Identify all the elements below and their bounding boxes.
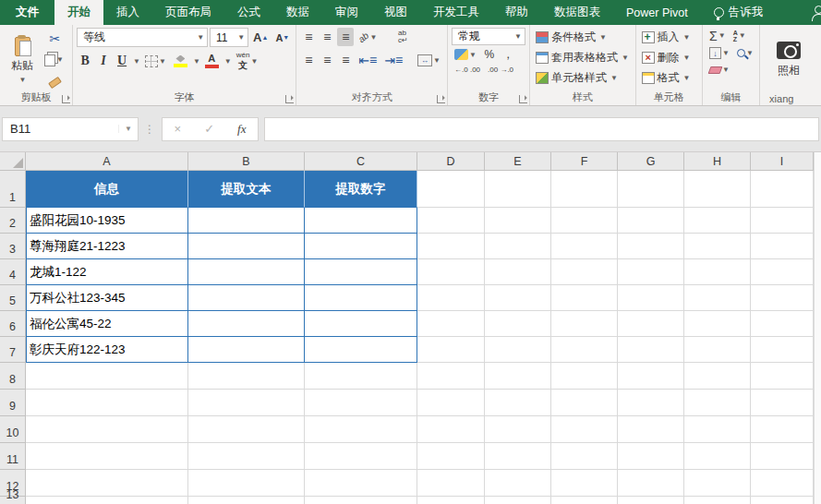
cell-E6[interactable] (485, 311, 551, 337)
cell-C11[interactable] (305, 443, 417, 470)
tab-item-0[interactable]: 文件 (0, 0, 54, 25)
cell-B6[interactable] (188, 311, 305, 337)
cell-G10[interactable] (618, 416, 684, 443)
cell-C7[interactable] (305, 337, 417, 363)
cell-H10[interactable] (684, 416, 751, 443)
cell-E8[interactable] (485, 363, 551, 390)
delete-cells-button[interactable]: 删除▼ (640, 48, 693, 66)
cell-F10[interactable] (551, 416, 618, 443)
row-header-6[interactable]: 6 (0, 311, 26, 337)
cell-D7[interactable] (417, 337, 485, 363)
fill-color-button[interactable] (171, 52, 190, 70)
cell-F2[interactable] (551, 208, 618, 234)
cell-A3[interactable]: 尊海翔庭21-1223 (26, 234, 188, 259)
wrap-text-button[interactable]: abc↵ (394, 28, 411, 46)
tab-item-2[interactable]: 插入 (103, 0, 152, 25)
font-name-select[interactable]: 等线 ▼ (77, 28, 208, 47)
cell-E11[interactable] (485, 443, 551, 470)
cell-H3[interactable] (684, 234, 751, 259)
insert-cells-button[interactable]: 插入▼ (640, 28, 693, 46)
cell-D10[interactable] (417, 416, 485, 443)
row-header-4[interactable]: 4 (0, 259, 26, 285)
row-header-3[interactable]: 3 (0, 234, 26, 259)
cell-I2[interactable] (751, 208, 814, 234)
dialog-launcher-icon[interactable] (285, 95, 294, 103)
align-bottom-button[interactable]: ≡ (337, 28, 354, 46)
row-header-9[interactable]: 9 (0, 390, 26, 416)
increase-decimal-button[interactable]: ←.0 .00 (452, 64, 483, 76)
cell-F3[interactable] (551, 234, 618, 259)
cell-D12[interactable] (417, 470, 485, 497)
orientation-button[interactable]: ab▼ (356, 28, 380, 46)
column-header-A[interactable]: A (26, 152, 188, 171)
cell-B13[interactable] (188, 497, 305, 504)
cell-F4[interactable] (551, 259, 618, 285)
increase-font-button[interactable]: A▲ (250, 29, 271, 47)
cell-E7[interactable] (485, 337, 551, 363)
cell-B10[interactable] (188, 416, 305, 443)
sort-filter-button[interactable]: AZ▼ (730, 28, 749, 43)
cell-C9[interactable] (305, 390, 417, 416)
cell-C13[interactable] (305, 497, 417, 504)
cell-H6[interactable] (684, 311, 751, 337)
cell-B11[interactable] (188, 443, 305, 470)
cell-I5[interactable] (751, 285, 814, 311)
cell-H8[interactable] (684, 363, 751, 390)
column-header-C[interactable]: C (305, 152, 417, 171)
cell-I12[interactable] (751, 470, 814, 497)
cell-F8[interactable] (551, 363, 618, 390)
conditional-formatting-button[interactable]: 条件格式▼ (534, 28, 631, 46)
cell-E9[interactable] (485, 390, 551, 416)
align-top-button[interactable]: ≡ (300, 28, 317, 46)
column-header-H[interactable]: H (684, 152, 751, 171)
tab-item-4[interactable]: 公式 (224, 0, 273, 25)
cell-H12[interactable] (684, 470, 751, 497)
row-header-7[interactable]: 7 (0, 337, 26, 363)
cell-I13[interactable] (751, 497, 814, 504)
cell-C4[interactable] (305, 259, 417, 285)
tab-item-6[interactable]: 审阅 (322, 0, 371, 25)
decrease-indent-button[interactable]: ⇤≡ (356, 51, 380, 69)
cell-G13[interactable] (618, 497, 684, 504)
cell-D3[interactable] (417, 234, 485, 259)
cell-E2[interactable] (485, 208, 551, 234)
cell-I10[interactable] (751, 416, 814, 443)
cell-G11[interactable] (618, 443, 684, 470)
cell-D1[interactable] (417, 171, 485, 208)
cell-I8[interactable] (751, 363, 814, 390)
cell-E13[interactable] (485, 497, 551, 504)
paste-button[interactable]: 粘贴 ▼ (4, 28, 41, 92)
cell-B2[interactable] (188, 208, 305, 234)
vertical-scrollbar[interactable] (814, 152, 821, 504)
cell-E3[interactable] (485, 234, 551, 259)
cell-C12[interactable] (305, 470, 417, 497)
format-cells-button[interactable]: 格式▼ (640, 68, 693, 87)
dialog-launcher-icon[interactable] (62, 95, 70, 103)
cell-H1[interactable] (684, 171, 751, 208)
cell-A12[interactable] (26, 470, 188, 497)
tab-item-3[interactable]: 页面布局 (152, 0, 224, 25)
row-header-2[interactable]: 2 (0, 208, 26, 234)
cell-I9[interactable] (751, 390, 814, 416)
font-size-select[interactable]: 11 ▼ (210, 28, 248, 47)
percent-button[interactable]: % (481, 47, 498, 62)
cell-styles-button[interactable]: 单元格样式▼ (534, 68, 631, 87)
formula-bar-resizer[interactable]: ⋮ (144, 123, 156, 136)
cell-F7[interactable] (551, 337, 618, 363)
tab-item-7[interactable]: 视图 (371, 0, 420, 25)
align-middle-button[interactable]: ≡ (319, 28, 335, 46)
decrease-font-button[interactable]: A▼ (272, 29, 292, 47)
cell-A9[interactable] (26, 390, 188, 416)
cell-G2[interactable] (618, 208, 684, 234)
cell-C8[interactable] (305, 363, 417, 390)
enter-icon[interactable]: ✓ (204, 122, 214, 136)
cell-F1[interactable] (551, 171, 618, 208)
cell-E5[interactable] (485, 285, 551, 311)
fill-button[interactable]: ↓▼ (706, 45, 732, 61)
cell-A2[interactable]: 盛阳花园10-1935 (26, 208, 188, 234)
phonetic-guide-button[interactable]: wén文 ▼ (234, 52, 261, 70)
borders-button[interactable]: ▼ (142, 52, 169, 70)
cell-B7[interactable] (188, 337, 305, 363)
underline-button[interactable]: U (114, 52, 130, 70)
cell-G7[interactable] (618, 337, 684, 363)
